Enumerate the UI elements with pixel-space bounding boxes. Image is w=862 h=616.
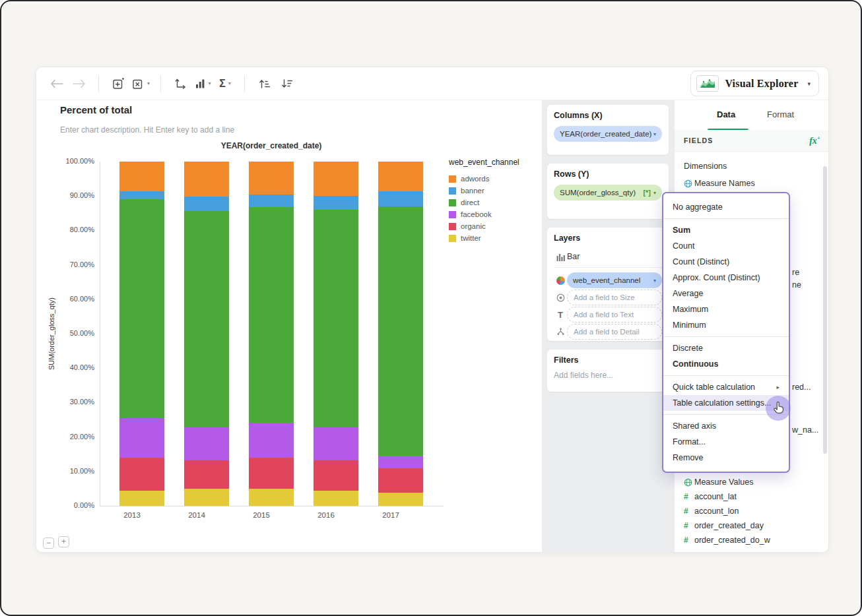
bar-2014[interactable]: [184, 162, 229, 506]
menu-item-count-distinct-[interactable]: Count (Distinct): [663, 254, 789, 270]
segment-banner-2013[interactable]: [119, 191, 164, 199]
menu-item-sum[interactable]: Sum: [663, 222, 789, 238]
chevron-down-icon: ▾: [228, 80, 231, 86]
segment-direct-2013[interactable]: [119, 199, 164, 418]
tab-format[interactable]: Format: [767, 109, 794, 119]
duplicate-chart-button[interactable]: [110, 73, 127, 94]
legend-item-twitter[interactable]: twitter: [449, 232, 492, 244]
chart-description[interactable]: Enter chart description. Hit Enter key t…: [60, 125, 234, 135]
segment-twitter-2014[interactable]: [184, 489, 229, 506]
chart-type-button[interactable]: ▾: [194, 73, 211, 94]
legend-item-organic[interactable]: organic: [449, 220, 492, 232]
field-item-account-lat[interactable]: #account_lat: [684, 491, 737, 503]
legend-item-direct[interactable]: direct: [449, 197, 492, 208]
remove-chart-button[interactable]: ▾: [132, 73, 150, 94]
columns-pill[interactable]: YEAR(order_created_date) ▾: [554, 126, 662, 142]
segment-twitter-2016[interactable]: [314, 491, 358, 506]
segment-banner-2015[interactable]: [249, 195, 294, 207]
segment-facebook-2017[interactable]: [378, 456, 423, 468]
number-field-icon: #: [684, 492, 694, 501]
fields-scrollbar[interactable]: [823, 166, 827, 454]
menu-item-discrete[interactable]: Discrete: [663, 340, 789, 356]
menu-divider: [663, 414, 789, 415]
menu-item-no-aggregate[interactable]: No aggregate: [663, 199, 789, 215]
zoom-in-button[interactable]: +: [58, 536, 69, 547]
segment-organic-2016[interactable]: [314, 460, 358, 491]
menu-item-label: Discrete: [673, 340, 703, 356]
aggregate-button[interactable]: Σ ▾: [216, 73, 234, 94]
segment-organic-2013[interactable]: [119, 458, 164, 491]
menu-item-count[interactable]: Count: [663, 238, 789, 254]
menu-item-table-calculation-settings-[interactable]: Table calculation settings...: [663, 395, 789, 411]
tab-data[interactable]: Data: [717, 109, 735, 119]
menu-item-minimum[interactable]: Minimum: [663, 317, 789, 333]
menu-item-remove[interactable]: Remove: [663, 450, 789, 466]
field-item-order-created-day[interactable]: #order_created_day: [684, 520, 764, 532]
layer-type-row[interactable]: Bar: [554, 249, 662, 268]
legend-item-facebook[interactable]: facebook: [449, 208, 492, 220]
menu-item-approx-count-distinct-[interactable]: Approx. Count (Distinct): [663, 270, 789, 286]
legend-item-banner[interactable]: banner: [449, 185, 492, 197]
segment-direct-2014[interactable]: [184, 211, 229, 427]
menu-item-format-[interactable]: Format...: [663, 434, 789, 450]
segment-twitter-2015[interactable]: [249, 489, 294, 506]
bar-2015[interactable]: [249, 162, 294, 506]
segment-organic-2017[interactable]: [378, 468, 423, 493]
add-formula-button[interactable]: fx+: [809, 135, 820, 146]
app-background: ▾ ▾ Σ ▾: [0, 0, 862, 616]
segment-banner-2017[interactable]: [378, 191, 423, 206]
segment-facebook-2014[interactable]: [184, 427, 229, 460]
field-item-account-lon[interactable]: #account_lon: [684, 505, 739, 517]
rows-pill[interactable]: SUM(order_gloss_qty) [*] ▾: [554, 185, 662, 200]
segment-adwords-2017[interactable]: [378, 162, 423, 191]
size-drop-zone[interactable]: Add a field to Size: [567, 290, 662, 305]
segment-direct-2017[interactable]: [378, 206, 423, 456]
x-tick-label: 2016: [294, 511, 358, 519]
segment-adwords-2015[interactable]: [249, 162, 294, 195]
chevron-down-icon[interactable]: ▾: [653, 131, 656, 137]
text-drop-zone[interactable]: Add a field to Text: [567, 307, 662, 323]
chart-card-title[interactable]: Percent of total: [60, 104, 132, 115]
bar-2016[interactable]: [314, 162, 358, 506]
fields-header-label: FIELDS: [684, 137, 713, 144]
field-item-measure-names[interactable]: Measure Names: [684, 177, 755, 189]
field-item-label: account_lat: [694, 492, 737, 501]
swap-axes-button[interactable]: [172, 73, 189, 94]
menu-item-maximum[interactable]: Maximum: [663, 301, 789, 317]
segment-banner-2014[interactable]: [184, 197, 229, 211]
segment-banner-2016[interactable]: [314, 196, 358, 210]
segment-twitter-2017[interactable]: [378, 493, 423, 506]
zoom-out-button[interactable]: −: [43, 538, 54, 549]
segment-facebook-2013[interactable]: [119, 418, 164, 458]
sort-descending-button[interactable]: [278, 73, 295, 94]
sort-ascending-button[interactable]: [255, 73, 273, 94]
segment-direct-2015[interactable]: [249, 207, 294, 423]
menu-item-quick-table-calculation[interactable]: Quick table calculation▸: [663, 379, 789, 395]
chevron-down-icon[interactable]: ▾: [653, 190, 656, 196]
segment-adwords-2014[interactable]: [184, 162, 229, 197]
bar-2017[interactable]: [378, 162, 423, 506]
panel-tabs: Data Format: [675, 100, 829, 131]
chevron-down-icon[interactable]: ▾: [653, 278, 656, 284]
segment-adwords-2013[interactable]: [119, 162, 164, 191]
menu-item-average[interactable]: Average: [663, 286, 789, 301]
field-item-order-created-do-w[interactable]: #order_created_do_w: [684, 534, 770, 546]
field-item-measure-values[interactable]: Measure Values: [684, 476, 753, 488]
detail-drop-zone[interactable]: Add a field to Detail: [567, 324, 662, 340]
menu-item-continuous[interactable]: Continuous: [663, 356, 789, 372]
visual-explorer-menu-button[interactable]: Visual Explorer ▾: [690, 71, 819, 96]
segment-adwords-2016[interactable]: [314, 162, 358, 196]
segment-organic-2014[interactable]: [184, 460, 229, 489]
back-button[interactable]: [48, 73, 65, 94]
segment-organic-2015[interactable]: [249, 458, 294, 489]
segment-facebook-2015[interactable]: [249, 423, 294, 458]
bar-2013[interactable]: [119, 162, 164, 506]
filters-drop-zone[interactable]: Add fields here...: [554, 371, 662, 380]
legend-item-adwords[interactable]: adwords: [449, 173, 492, 185]
color-field-pill[interactable]: web_event_channel ▾: [567, 272, 662, 288]
segment-direct-2016[interactable]: [314, 210, 358, 427]
segment-facebook-2016[interactable]: [314, 427, 358, 460]
segment-twitter-2013[interactable]: [119, 491, 164, 506]
menu-item-shared-axis[interactable]: Shared axis: [663, 418, 789, 434]
forward-button[interactable]: [71, 73, 88, 94]
